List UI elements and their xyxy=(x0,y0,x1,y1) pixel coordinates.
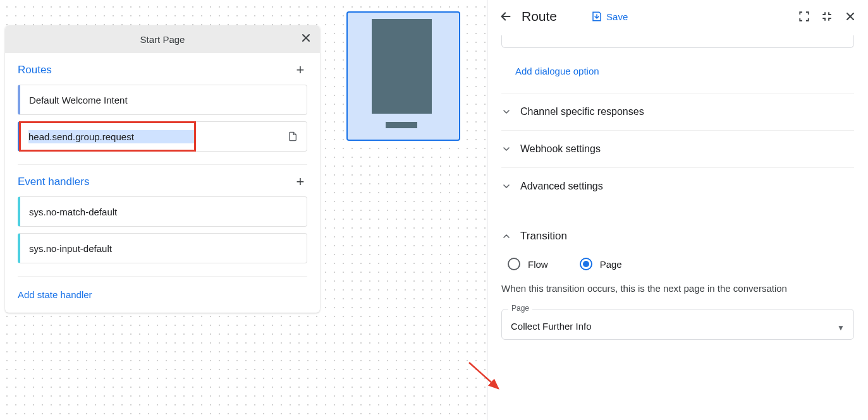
chevron-down-icon xyxy=(501,144,511,154)
add-event-handler-button[interactable]: + xyxy=(293,175,307,189)
back-arrow-icon[interactable] xyxy=(499,9,513,23)
close-icon[interactable] xyxy=(300,32,312,44)
node-footer xyxy=(386,122,417,128)
flow-canvas[interactable]: Start Page Routes + Default Welcome Inte… xyxy=(0,0,487,420)
dropdown-arrow-icon: ▼ xyxy=(837,323,845,332)
add-state-handler-link[interactable]: Add state handler xyxy=(5,277,320,313)
sidebar-body: Add dialogue option Channel specific res… xyxy=(487,33,868,420)
collapsible-label: Webhook settings xyxy=(520,143,601,155)
collapsible-label: Channel specific responses xyxy=(520,106,644,117)
routes-section: Routes + Default Welcome Intent head.sen… xyxy=(5,53,320,164)
radio-checked-icon xyxy=(580,258,592,270)
page-select[interactable]: Page Collect Further Info ▼ xyxy=(501,309,854,340)
panel-title: Start Page xyxy=(140,34,185,45)
radio-flow[interactable]: Flow xyxy=(508,258,548,270)
fullscreen-icon[interactable] xyxy=(798,11,810,22)
event-handlers-section: Event handlers + sys.no-match-default sy… xyxy=(5,165,320,276)
event-handler-item[interactable]: sys.no-match-default xyxy=(18,196,307,227)
route-item[interactable]: Default Welcome Intent xyxy=(18,85,307,115)
page-icon xyxy=(288,131,298,142)
collapsible-channel-responses[interactable]: Channel specific responses xyxy=(501,93,854,130)
radio-page[interactable]: Page xyxy=(580,258,622,270)
route-label: Default Welcome Intent xyxy=(29,95,298,105)
save-label: Save xyxy=(606,11,628,22)
event-handlers-heading: Event handlers xyxy=(18,176,89,188)
close-icon[interactable] xyxy=(844,10,857,23)
routes-heading: Routes xyxy=(18,64,52,76)
node-body xyxy=(372,19,432,114)
event-handler-label: sys.no-input-default xyxy=(29,243,298,254)
add-route-button[interactable]: + xyxy=(293,63,307,77)
select-label: Page xyxy=(508,304,532,313)
sidebar-header: Route Save xyxy=(487,0,868,33)
minimize-icon[interactable] xyxy=(821,11,833,22)
collapsed-card-bottom xyxy=(501,35,854,48)
collapsible-advanced-settings[interactable]: Advanced settings xyxy=(501,167,854,205)
event-handler-label: sys.no-match-default xyxy=(29,207,298,217)
transition-title: Transition xyxy=(520,230,567,243)
select-value: Collect Further Info xyxy=(511,321,592,332)
chevron-down-icon xyxy=(501,181,511,191)
route-item-selected[interactable]: head.send.group.request xyxy=(18,121,307,152)
save-button[interactable]: Save xyxy=(591,11,628,22)
add-dialogue-option-link[interactable]: Add dialogue option xyxy=(501,59,854,93)
chevron-down-icon xyxy=(501,107,511,117)
start-page-panel: Start Page Routes + Default Welcome Inte… xyxy=(5,25,320,313)
flow-node-preview[interactable] xyxy=(346,11,460,141)
annotation-highlight: head.send.group.request xyxy=(19,121,196,152)
radio-unchecked-icon xyxy=(508,258,520,270)
collapsible-label: Advanced settings xyxy=(520,181,603,192)
panel-header: Start Page xyxy=(5,25,320,53)
event-handler-item[interactable]: sys.no-input-default xyxy=(18,233,307,263)
radio-flow-label: Flow xyxy=(528,259,548,270)
sidebar-title: Route xyxy=(522,9,557,24)
chevron-up-icon[interactable] xyxy=(501,231,511,241)
collapsible-webhook-settings[interactable]: Webhook settings xyxy=(501,130,854,167)
transition-description: When this transition occurs, this is the… xyxy=(501,283,854,309)
transition-section: Transition Flow Page When this transitio… xyxy=(501,205,854,340)
radio-page-label: Page xyxy=(600,259,622,270)
route-sidebar: Route Save Add dialogue option Channel s… xyxy=(487,0,868,420)
route-label: head.send.group.request xyxy=(28,130,194,143)
